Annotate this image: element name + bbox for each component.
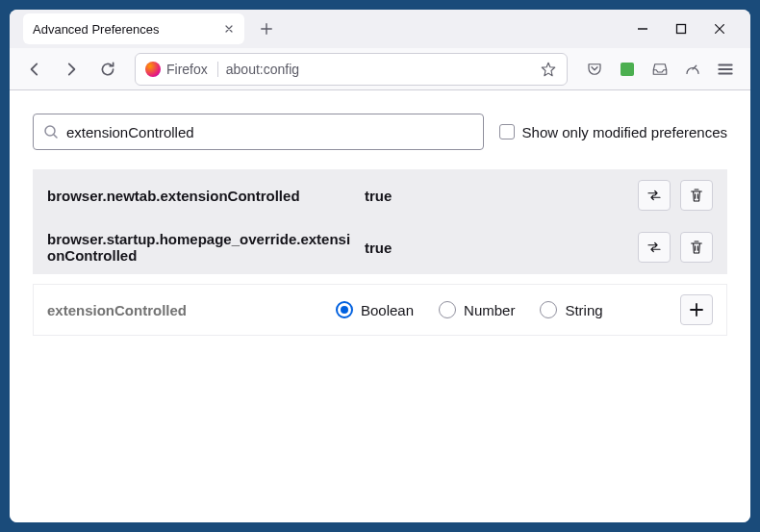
add-button[interactable]	[680, 294, 713, 325]
search-icon	[43, 124, 59, 139]
window-close-button[interactable]	[710, 22, 729, 36]
radio-label: String	[565, 302, 602, 318]
titlebar: Advanced Preferences	[10, 10, 750, 48]
svg-rect-0	[677, 25, 686, 34]
new-pref-actions	[680, 294, 713, 325]
tab-title: Advanced Preferences	[33, 22, 215, 37]
back-button[interactable]	[19, 54, 50, 85]
search-row: Show only modified preferences	[33, 114, 727, 150]
pref-row: browser.startup.homepage_override.extens…	[34, 220, 726, 273]
forward-button[interactable]	[56, 54, 87, 85]
pref-value: true	[365, 240, 638, 256]
urlbar-identity[interactable]: Firefox	[145, 62, 218, 77]
checkbox-icon	[499, 124, 515, 139]
about-config-content: Show only modified preferences browser.n…	[10, 90, 750, 522]
new-tab-button[interactable]	[252, 14, 281, 43]
browser-window: Advanced Preferences	[10, 10, 750, 522]
radio-string[interactable]: String	[540, 301, 602, 318]
new-pref-row: extensionControlled Boolean Number Strin…	[34, 284, 726, 335]
radio-icon	[540, 301, 557, 318]
pref-actions	[638, 232, 713, 263]
pocket-icon[interactable]	[585, 60, 604, 79]
reload-button[interactable]	[92, 54, 123, 85]
dashboard-icon[interactable]	[683, 60, 702, 79]
toggle-button[interactable]	[638, 232, 671, 263]
show-modified-checkbox[interactable]: Show only modified preferences	[499, 124, 727, 140]
type-radio-group: Boolean Number String	[336, 301, 680, 318]
pref-name: browser.newtab.extensionControlled	[47, 188, 365, 204]
radio-label: Boolean	[361, 302, 414, 318]
url-text: about:config	[226, 62, 532, 77]
maximize-button[interactable]	[671, 23, 691, 35]
extension-icon[interactable]	[618, 60, 637, 79]
toolbar-icons	[579, 60, 741, 79]
new-pref-name: extensionControlled	[47, 302, 336, 318]
bookmark-icon[interactable]	[540, 61, 557, 78]
pref-name: browser.startup.homepage_override.extens…	[47, 231, 365, 264]
urlbar[interactable]: Firefox about:config	[135, 53, 568, 86]
toggle-button[interactable]	[638, 180, 671, 211]
new-pref-row-container: extensionControlled Boolean Number Strin…	[33, 284, 727, 336]
pref-row: browser.newtab.extensionControlled true	[34, 169, 726, 220]
delete-button[interactable]	[680, 232, 713, 263]
identity-label: Firefox	[166, 62, 208, 77]
pref-list: browser.newtab.extensionControlled true …	[33, 169, 727, 274]
minimize-button[interactable]	[633, 22, 652, 36]
radio-icon	[439, 301, 456, 318]
radio-number[interactable]: Number	[439, 301, 515, 318]
pref-value: true	[365, 188, 638, 204]
radio-boolean[interactable]: Boolean	[336, 301, 414, 318]
navbar: Firefox about:config	[10, 48, 750, 90]
search-input[interactable]	[66, 124, 473, 140]
checkbox-label: Show only modified preferences	[522, 124, 727, 140]
search-box[interactable]	[33, 114, 484, 150]
firefox-logo-icon	[145, 62, 161, 77]
radio-icon	[336, 301, 353, 318]
close-icon[interactable]	[223, 23, 235, 35]
delete-button[interactable]	[680, 180, 713, 211]
radio-label: Number	[464, 302, 515, 318]
pref-actions	[638, 180, 713, 211]
window-controls	[633, 22, 743, 36]
menu-icon[interactable]	[716, 60, 735, 79]
inbox-icon[interactable]	[650, 60, 670, 79]
tab-advanced-preferences[interactable]: Advanced Preferences	[23, 13, 244, 44]
